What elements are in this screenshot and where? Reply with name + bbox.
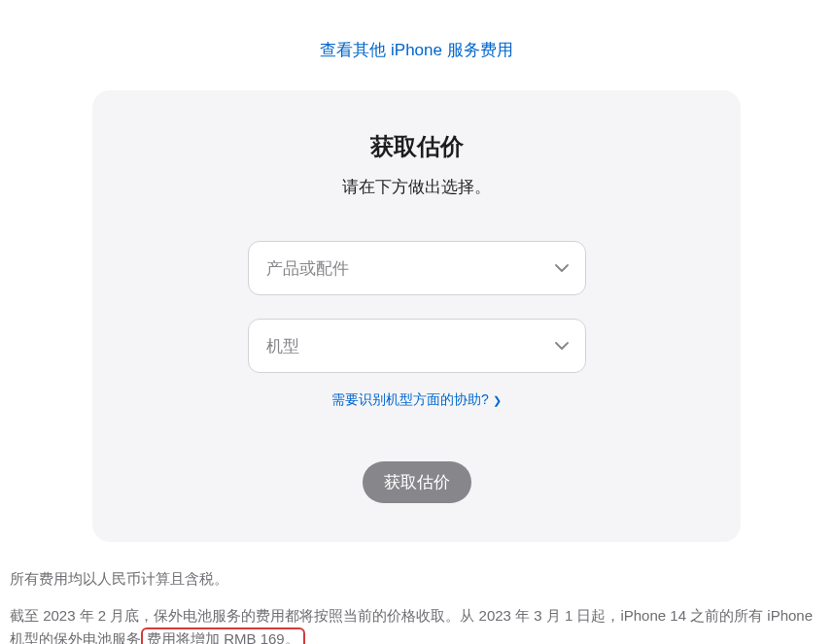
footer-line-2: 截至 2023 年 2 月底，保外电池服务的费用都将按照当前的价格收取。从 20… xyxy=(10,604,823,644)
footer-line-1: 所有费用均以人民币计算且含税。 xyxy=(10,567,823,591)
other-services-link[interactable]: 查看其他 iPhone 服务费用 xyxy=(320,41,512,59)
product-select-placeholder: 产品或配件 xyxy=(266,257,349,280)
model-select-container: 机型 xyxy=(248,319,586,373)
identify-model-help-link[interactable]: 需要识别机型方面的协助? ❯ xyxy=(331,391,502,409)
card-title: 获取估价 xyxy=(141,131,692,162)
card-subtitle: 请在下方做出选择。 xyxy=(141,176,692,198)
get-estimate-button[interactable]: 获取估价 xyxy=(363,461,471,503)
price-increase-highlight: 费用将增加 RMB 169。 xyxy=(141,627,305,644)
estimate-card: 获取估价 请在下方做出选择。 产品或配件 机型 需要识别机型方面的协助? ❯ 获… xyxy=(92,90,741,542)
product-select-container: 产品或配件 xyxy=(248,241,586,295)
chevron-right-icon: ❯ xyxy=(493,394,502,407)
model-select[interactable]: 机型 xyxy=(248,319,586,373)
footer-notes: 所有费用均以人民币计算且含税。 截至 2023 年 2 月底，保外电池服务的费用… xyxy=(0,542,833,644)
product-select[interactable]: 产品或配件 xyxy=(248,241,586,295)
footer-line-2-part1: 截至 2023 年 2 月底，保外电池服务的费用都将按照当前的价格收取。从 20… xyxy=(10,607,813,644)
help-link-text: 需要识别机型方面的协助? xyxy=(331,391,489,409)
model-select-placeholder: 机型 xyxy=(266,335,299,357)
